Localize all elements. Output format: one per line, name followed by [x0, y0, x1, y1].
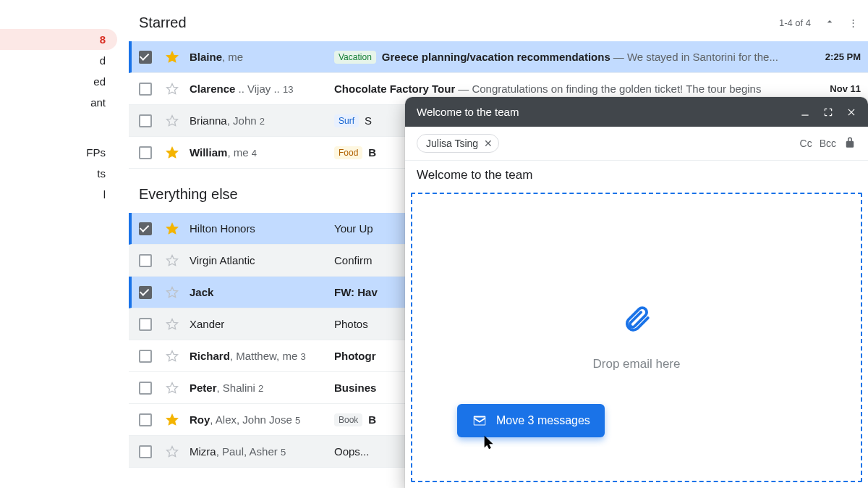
- time: Nov 11: [810, 83, 861, 94]
- sender: Clarence .. Vijay .. 13: [190, 83, 334, 95]
- snippet: — We stayed in Santorini for the...: [613, 51, 778, 63]
- star-icon[interactable]: [165, 50, 179, 64]
- checkbox[interactable]: [139, 382, 152, 395]
- bcc-button[interactable]: Bcc: [820, 138, 836, 149]
- subject: FW: Hav: [334, 286, 378, 298]
- sender: Virgin Atlantic: [190, 254, 334, 266]
- compose-subject[interactable]: Welcome to the team: [405, 161, 868, 193]
- recipient-name: Julisa Tsing: [426, 138, 478, 149]
- checkbox[interactable]: [139, 146, 152, 159]
- checkbox[interactable]: [139, 413, 152, 426]
- sender: Richard, Matthew, me 3: [190, 350, 334, 362]
- remove-recipient-icon[interactable]: ✕: [484, 138, 493, 149]
- snippet: — Congratulations on finding the golden …: [458, 83, 761, 95]
- subject-area: Vacation Greece planning/vacation recomm…: [334, 51, 810, 64]
- sidebar-item-inbox[interactable]: 8: [0, 29, 117, 50]
- pagination-text: 1-4 of 4: [779, 17, 811, 28]
- sender: Jack: [190, 286, 334, 298]
- sender: Brianna, John 2: [190, 114, 334, 127]
- checkbox[interactable]: [139, 83, 152, 96]
- sender: Xander: [190, 318, 334, 330]
- star-icon[interactable]: [165, 413, 179, 427]
- subject-area: Chocolate Factory Tour — Congratulations…: [334, 83, 810, 95]
- section-title-starred: Starred: [139, 14, 187, 31]
- compose-header[interactable]: Welcome to the team: [405, 97, 868, 127]
- compose-title: Welcome to the team: [417, 106, 800, 118]
- star-icon[interactable]: [165, 285, 179, 300]
- star-icon[interactable]: [165, 349, 179, 363]
- more-icon[interactable]: ⋮: [848, 17, 859, 28]
- subject: S: [365, 114, 372, 127]
- subject: Your Up: [334, 222, 373, 235]
- sender: Hilton Honors: [190, 222, 334, 235]
- star-icon[interactable]: [165, 317, 179, 332]
- compose-window: Welcome to the team Julisa Tsing ✕ Cc Bc…: [405, 97, 868, 488]
- close-icon[interactable]: [846, 107, 856, 117]
- star-icon[interactable]: [165, 222, 179, 236]
- paperclip-icon: [621, 303, 652, 337]
- subject: Chocolate Factory Tour: [334, 83, 455, 95]
- sidebar-item-3[interactable]: ant: [0, 92, 117, 113]
- sender: Roy, Alex, John Jose 5: [190, 413, 334, 426]
- sidebar-item-6[interactable]: ts: [0, 163, 117, 184]
- drag-indicator: Move 3 messages: [457, 404, 605, 437]
- sender: William, me 4: [190, 146, 334, 159]
- recipient-chip[interactable]: Julisa Tsing ✕: [417, 134, 499, 153]
- checkbox[interactable]: [139, 51, 152, 64]
- time: 2:25 PM: [810, 51, 861, 62]
- drag-label: Move 3 messages: [496, 414, 590, 427]
- email-row[interactable]: Blaine, me Vacation Greece planning/vaca…: [129, 41, 868, 73]
- envelope-icon: [472, 413, 488, 429]
- sidebar-count: 8: [100, 33, 106, 46]
- sidebar: 8 d ed ant FPs ts l: [0, 0, 123, 488]
- sidebar-item-1[interactable]: d: [0, 50, 117, 71]
- star-icon[interactable]: [165, 146, 179, 160]
- subject: B: [368, 413, 376, 426]
- fullscreen-icon[interactable]: [823, 107, 833, 117]
- star-icon[interactable]: [165, 381, 179, 395]
- label-chip[interactable]: Surf: [334, 114, 359, 127]
- cursor-icon: [482, 434, 498, 455]
- subject: Greece planning/vacation recommendations: [382, 51, 610, 63]
- checkbox[interactable]: [139, 286, 152, 299]
- star-icon[interactable]: [165, 114, 179, 128]
- sidebar-item-5[interactable]: FPs: [0, 142, 117, 163]
- subject: Busines: [334, 382, 376, 394]
- star-icon[interactable]: [165, 82, 179, 96]
- compose-dropzone[interactable]: Drop email here Move 3 messages: [411, 193, 862, 482]
- cc-button[interactable]: Cc: [800, 138, 812, 149]
- checkbox[interactable]: [139, 445, 152, 458]
- checkbox[interactable]: [139, 222, 152, 235]
- label-chip[interactable]: Food: [334, 146, 362, 159]
- lock-icon[interactable]: [843, 136, 856, 151]
- subject: Photos: [334, 318, 368, 330]
- label-chip[interactable]: Vacation: [334, 51, 376, 64]
- sender: Blaine, me: [190, 51, 334, 63]
- sidebar-item-7[interactable]: l: [0, 184, 117, 205]
- recipients-row[interactable]: Julisa Tsing ✕ Cc Bcc: [405, 127, 868, 161]
- svg-rect-0: [801, 114, 808, 115]
- minimize-icon[interactable]: [800, 107, 810, 117]
- subject: B: [368, 146, 376, 159]
- subject: Oops...: [334, 445, 369, 458]
- checkbox[interactable]: [139, 318, 152, 331]
- checkbox[interactable]: [139, 114, 152, 127]
- checkbox[interactable]: [139, 350, 152, 363]
- drop-text: Drop email here: [593, 357, 681, 371]
- sender: Peter, Shalini 2: [190, 382, 334, 394]
- sender: Mizra, Paul, Asher 5: [190, 445, 334, 458]
- star-icon[interactable]: [165, 253, 179, 268]
- sidebar-item-2[interactable]: ed: [0, 71, 117, 92]
- checkbox[interactable]: [139, 254, 152, 267]
- label-chip[interactable]: Book: [334, 413, 362, 426]
- chevron-up-icon[interactable]: [824, 16, 835, 30]
- subject: Photogr: [334, 350, 376, 362]
- subject: Confirm: [334, 254, 373, 266]
- star-icon[interactable]: [165, 445, 179, 459]
